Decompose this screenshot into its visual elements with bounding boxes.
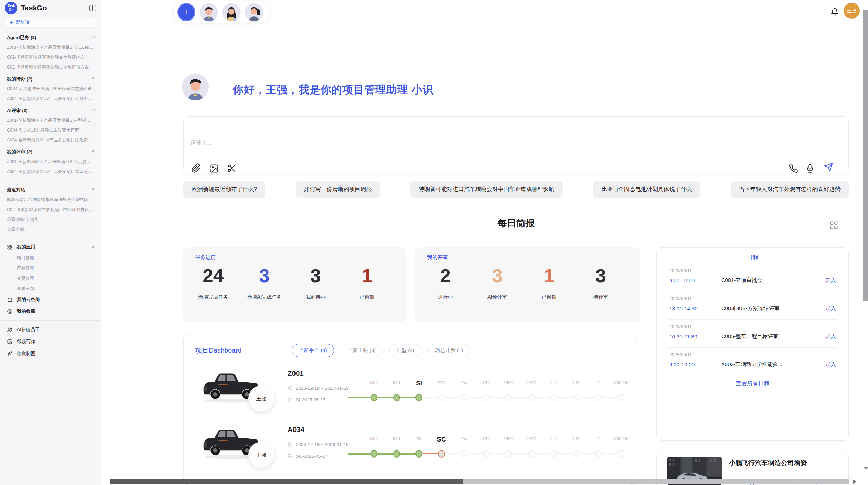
sidebar-item-cloud-space[interactable]: 我的云空间 [0,294,101,306]
suggestion-chip[interactable]: 当下年轻人对汽车外观有怎样的喜好趋势 [731,181,849,198]
recent-chat-item[interactable]: C02-飞腾新能源轻客改款项目的闭环通告反馈情况 [0,205,101,215]
join-link[interactable]: 加入 [825,361,836,368]
user-avatar[interactable]: 王强 [844,3,860,19]
project-owner-avatar[interactable]: 王强 [248,442,274,468]
milestone-dot[interactable] [415,394,422,401]
milestone-dot[interactable] [595,450,602,458]
sidebar-task-item[interactable]: C02-飞腾新能源轻客改款项目立项汇报方案 [0,62,101,72]
voice-call-icon[interactable] [789,164,798,173]
milestone-dot[interactable] [415,450,422,458]
vertical-scrollbar[interactable] [863,10,868,301]
sidebar-task-item[interactable]: Z001-全新燃油皮卡产品开发项目SI节点Lesson Learn报告 [0,42,101,52]
milestone-dot[interactable] [573,450,580,458]
chevron-up-icon[interactable] [92,77,95,81]
stat-value: 3 [595,265,606,286]
sidebar-task-item[interactable]: A034-全新新能源MUV产品开发项目造型可行性评审 [0,167,101,177]
milestone-dot[interactable] [393,394,400,401]
sidebar-task-item[interactable]: A034-全新新能源MUV产品开发项目计划变更表编写 [0,94,101,104]
attachment-icon[interactable] [191,163,201,173]
join-link[interactable]: 加入 [825,305,836,312]
chevron-up-icon[interactable] [92,246,95,250]
milestone-dot[interactable] [460,450,467,458]
chat-composer[interactable]: 请输入... [183,116,849,173]
milestone-dot[interactable] [573,394,580,401]
sidebar-item-favorites[interactable]: 我的收藏 [0,306,101,317]
horizontal-scrollbar-thumb[interactable] [110,479,463,484]
sidebar-task-item[interactable]: C0X4-动力总成开发项目工程变更评审 [0,125,101,135]
recent-chat-item[interactable]: 解释最新出台的欧盟报废车法规再生塑料比例被调至15%... [0,195,101,205]
join-link[interactable]: 加入 [825,333,836,340]
composer-placeholder: 请输入... [191,139,212,147]
dashboard-filter-chip[interactable]: 全新上装 (3) [341,344,383,357]
milestone-dot[interactable] [528,394,535,401]
greeting-title: 你好，王强，我是你的项目管理助理 小识 [233,83,434,97]
milestone-dot[interactable] [618,394,625,401]
recent-chat-item[interactable]: 公司Q3轻卡销量 [0,215,101,225]
collapse-sidebar-icon[interactable] [89,5,96,11]
project-flag: SC-2025-05-17 [288,453,327,459]
app-sub-item[interactable]: 变更管理 [0,273,101,284]
sidebar-tool-image[interactable]: 帮我写作 [0,336,101,348]
image-upload-icon[interactable] [209,164,219,173]
chevron-up-icon[interactable] [92,188,95,192]
app-sub-item[interactable]: 项目管理 [0,253,101,263]
milestone-dot[interactable] [393,450,400,458]
chevron-up-icon[interactable] [92,109,95,112]
recent-chat-item[interactable]: 查看全部... [0,225,101,235]
new-chat-button[interactable]: + 新对话 [4,17,97,27]
notification-bell-icon[interactable] [831,7,839,16]
dashboard-filter-chip[interactable]: 全新平台 (4) [292,344,334,357]
milestone-label: OKTB [614,380,628,385]
chevron-up-icon[interactable] [92,36,95,39]
milestone-dot[interactable] [483,394,490,401]
sidebar-task-item[interactable]: Z001-全新燃油轻卡产品开发项目SI造型提交物评审 [0,115,101,125]
sidebar-item-my-apps[interactable]: 我的应用 [0,241,101,253]
sidebar-task-item[interactable]: C02-飞腾新能源轻客改款项目里程碑画布 [0,52,101,62]
suggestion-chip[interactable]: 特朗普可能对进口汽车增税会对中国车企造成哪些影响 [410,181,563,198]
milestone-dot[interactable] [371,450,377,458]
sidebar-task-item[interactable]: Z001-全新燃油轻卡产品开发项目SI节点属性5D文件评审 [0,157,101,167]
scroll-down-arrow-icon[interactable] [864,467,868,470]
app-sub-item[interactable]: 产品管理 [0,263,101,273]
join-link[interactable]: 加入 [825,277,836,284]
sidebar-tool-quill[interactable]: 创意制图 [0,348,101,360]
task-progress-title: 任务进度 [195,254,216,261]
project-owner-avatar[interactable]: 王强 [248,386,274,412]
sidebar-task-item[interactable]: A034-全新新能源MUV产品开发项目法规符合性评审 [0,135,101,145]
send-icon[interactable] [824,162,833,172]
milestone-dot[interactable] [438,450,445,458]
dashboard-filter-chip[interactable]: 年型 (2) [389,344,421,357]
milestone-dot[interactable] [618,450,625,458]
briefing-layout-grid-icon[interactable] [829,221,839,230]
milestone-dot[interactable] [371,394,377,401]
sidebar-tool-people[interactable]: AI超级员工 [0,324,101,336]
milestone-dot[interactable] [505,394,512,401]
scissors-icon[interactable] [227,163,237,173]
dashboard-filter-chip[interactable]: 动总开发 (1) [428,344,470,357]
suggestion-chip[interactable]: 欧洲新规最近颁布了什么? [183,181,265,198]
milestone-dot[interactable] [595,394,602,401]
milestone-dot[interactable] [528,450,535,458]
milestone-dot[interactable] [505,450,512,458]
app-sub-item[interactable]: 查看全部... [0,284,101,294]
milestone-dot[interactable] [550,394,557,401]
sidebar-task-item[interactable]: C0X4-动力总成开发项目SI里程碑提交物检查 [0,84,101,94]
milestone-line-done [348,453,419,455]
milestone-dot[interactable] [550,450,557,458]
suggestion-chip[interactable]: 如何写一份清晰的项目周报 [296,181,380,198]
stat-value: 24 [203,265,224,286]
agent-avatar-1[interactable] [200,3,218,22]
agent-avatar-2[interactable] [222,3,241,22]
favorites-label: 我的收藏 [17,308,35,314]
microphone-icon[interactable] [805,163,815,173]
scroll-right-arrow-icon[interactable] [853,479,856,484]
agent-avatar-3[interactable] [245,3,263,22]
people-icon [7,327,13,333]
milestone-dot[interactable] [483,450,490,458]
view-all-schedule-link[interactable]: 查看所有日程 [657,380,848,387]
chevron-up-icon[interactable] [92,150,95,154]
suggestion-chip[interactable]: 比亚迪全固态电池计划具体说了什么 [593,181,700,198]
add-agent-button[interactable]: + [177,3,195,21]
milestone-dot[interactable] [460,394,467,401]
milestone-dot[interactable] [438,394,445,401]
